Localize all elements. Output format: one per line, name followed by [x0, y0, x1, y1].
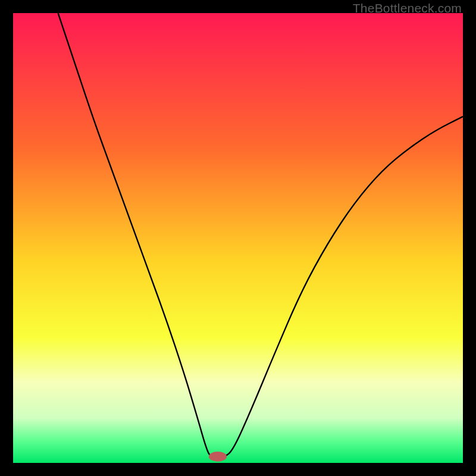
bottleneck-chart	[13, 13, 463, 463]
optimum-marker	[209, 452, 227, 462]
chart-frame	[13, 13, 463, 463]
